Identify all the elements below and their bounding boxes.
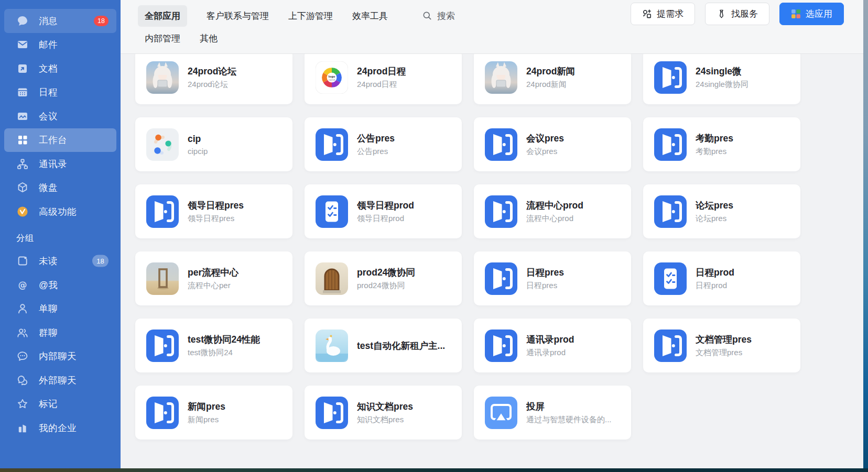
app-title: per流程中心 — [188, 266, 238, 279]
sidebar-item-日程[interactable]: 日程 — [4, 81, 116, 105]
app-card-24prod新闻[interactable]: 24prod新闻24prod新闻 — [474, 54, 631, 104]
提需求-button[interactable]: 提需求 — [631, 3, 695, 25]
category-tab-客户联系与管理[interactable]: 客户联系与管理 — [207, 10, 269, 22]
sidebar-item-会议[interactable]: 会议 — [4, 104, 116, 128]
app-card-领导日程prod[interactable]: 领导日程prod领导日程prod — [305, 184, 462, 238]
search-trigger[interactable]: 搜索 — [422, 10, 455, 22]
app-card-test自动化新租户主...[interactable]: test自动化新租户主... — [305, 319, 462, 372]
sidebar-item-label: 外部聊天 — [39, 374, 77, 387]
app-card-text: 文档管理pres文档管理pres — [696, 333, 752, 358]
sidebar-item-@我[interactable]: @我 — [4, 273, 116, 297]
sidebar-item-微盘[interactable]: 微盘 — [4, 176, 116, 200]
sidebar-item-label: 会议 — [39, 110, 58, 123]
app-card-新闻pres[interactable]: 新闻pres新闻pres — [135, 386, 292, 440]
app-title: 日程pres — [526, 266, 564, 279]
app-card-test微协同24性能[interactable]: test微协同24性能test微协同24 — [135, 319, 292, 372]
app-card-公告pres[interactable]: 公告pres公告pres — [305, 117, 462, 171]
app-grid-viewport: 24prod论坛24prod论坛24prod日程24prod日程24prod新闻… — [121, 54, 863, 469]
sidebar-item-label: 我的企业 — [39, 422, 77, 434]
cast-app-icon — [485, 397, 517, 429]
app-title: test微协同24性能 — [188, 333, 260, 346]
app-title: 论坛pres — [696, 199, 733, 212]
search-icon — [422, 10, 432, 21]
app-card-日程pres[interactable]: 日程pres日程pres — [474, 251, 631, 305]
desktop-wallpaper-bottom — [0, 468, 868, 472]
category-tab-上下游管理[interactable]: 上下游管理 — [288, 10, 333, 22]
app-card-论坛pres[interactable]: 论坛pres论坛pres — [643, 184, 800, 238]
meeting-icon — [16, 110, 29, 123]
app-card-流程中心prod[interactable]: 流程中心prod流程中心prod — [474, 184, 631, 238]
app-card-text: 会议pres会议pres — [526, 132, 564, 157]
sidebar-item-单聊[interactable]: 单聊 — [4, 297, 116, 321]
app-subtitle: 领导日程pres — [188, 214, 244, 224]
app-subtitle: 考勤pres — [696, 147, 733, 157]
topbar-actions: 提需求找服务选应用 — [631, 3, 844, 25]
sidebar-item-通讯录[interactable]: 通讯录 — [4, 152, 116, 176]
app-card-通讯录prod[interactable]: 通讯录prod通讯录prod — [474, 319, 631, 372]
app-card-日程prod[interactable]: 日程prod日程prod — [643, 251, 800, 305]
app-subtitle: 通过与智慧硬件设备的... — [526, 415, 612, 425]
app-card-会议pres[interactable]: 会议pres会议pres — [474, 117, 631, 171]
door-app-icon — [654, 330, 687, 362]
unread-count-badge: 18 — [94, 16, 108, 26]
app-card-cip[interactable]: cipcipcip — [135, 117, 292, 171]
sidebar-item-label: 标记 — [39, 398, 58, 410]
app-subtitle: 新闻pres — [188, 415, 225, 425]
app-card-投屏[interactable]: 投屏通过与智慧硬件设备的... — [474, 386, 631, 440]
door-app-icon — [316, 397, 348, 429]
category-tab-全部应用[interactable]: 全部应用 — [138, 5, 187, 27]
app-subtitle: 知识文档pres — [357, 415, 413, 425]
premium-icon — [16, 205, 29, 218]
door-app-icon — [316, 397, 348, 429]
door-app-icon — [146, 397, 179, 429]
app-subtitle: 24prod日程 — [357, 80, 406, 90]
anime-avatar — [485, 61, 517, 94]
app-title: 知识文档pres — [357, 400, 413, 413]
sidebar-item-群聊[interactable]: 群聊 — [4, 321, 116, 345]
app-card-知识文档pres[interactable]: 知识文档pres知识文档pres — [305, 386, 462, 440]
category-tab-效率工具[interactable]: 效率工具 — [352, 10, 388, 22]
checklist-app-icon — [316, 195, 348, 228]
app-card-per流程中心[interactable]: per流程中心流程中心per — [135, 251, 292, 305]
app-card-24single微[interactable]: 24single微24single微协同 — [643, 54, 800, 104]
category-tab-其他[interactable]: 其他 — [200, 32, 218, 45]
door-app-icon — [654, 128, 687, 161]
app-grid: 24prod论坛24prod论坛24prod日程24prod日程24prod新闻… — [121, 54, 863, 440]
sidebar-item-消息[interactable]: 消息18 — [4, 9, 116, 33]
sidebar-item-label: 文档 — [39, 62, 58, 75]
sidebar-item-文档[interactable]: 文档 — [4, 57, 116, 81]
app-title: 流程中心prod — [526, 199, 583, 212]
找服务-button[interactable]: 找服务 — [705, 3, 769, 25]
person-icon — [16, 302, 29, 315]
app-card-文档管理pres[interactable]: 文档管理pres文档管理pres — [643, 319, 800, 372]
app-card-领导日程pres[interactable]: 领导日程pres领导日程pres — [135, 184, 292, 238]
door-app-icon — [485, 195, 517, 228]
drive-icon — [16, 181, 29, 194]
app-card-24prod日程[interactable]: 24prod日程24prod日程 — [305, 54, 462, 104]
category-tab-内部管理[interactable]: 内部管理 — [145, 32, 180, 45]
sidebar-item-邮件[interactable]: 邮件 — [4, 33, 116, 57]
选应用-button[interactable]: 选应用 — [779, 3, 844, 25]
cip-logo — [146, 128, 179, 161]
sidebar: 消息18邮件文档日程会议工作台通讯录微盘高级功能 分组 未读18@我单聊群聊内部… — [0, 0, 121, 469]
sidebar-item-外部聊天[interactable]: 外部聊天 — [4, 368, 116, 392]
app-card-考勤pres[interactable]: 考勤pres考勤pres — [643, 117, 800, 171]
sidebar-item-标记[interactable]: 标记 — [4, 392, 116, 416]
sidebar-item-未读[interactable]: 未读18 — [4, 249, 116, 273]
sidebar-item-工作台[interactable]: 工作台 — [4, 128, 116, 152]
sidebar-item-label: 邮件 — [39, 38, 58, 51]
app-card-24prod论坛[interactable]: 24prod论坛24prod论坛 — [135, 54, 292, 104]
sidebar-item-label: 日程 — [39, 86, 58, 98]
app-subtitle: 论坛pres — [696, 214, 733, 224]
sidebar-item-内部聊天[interactable]: 内部聊天 — [4, 345, 116, 369]
tie-icon — [717, 9, 726, 19]
app-card-text: cipcipcip — [188, 134, 208, 156]
main-area: 全部应用客户联系与管理上下游管理效率工具 搜索 内部管理其他 提需求找服务选应用… — [121, 0, 863, 469]
door-app-icon — [485, 262, 517, 295]
app-title: 公告pres — [357, 132, 395, 145]
door-app-icon — [485, 128, 517, 161]
sidebar-item-label: 消息 — [39, 15, 58, 27]
sidebar-item-我的企业[interactable]: 我的企业 — [4, 416, 116, 440]
app-card-prod24微协同[interactable]: prod24微协同prod24微协同 — [305, 251, 462, 305]
sidebar-item-高级功能[interactable]: 高级功能 — [4, 200, 116, 224]
